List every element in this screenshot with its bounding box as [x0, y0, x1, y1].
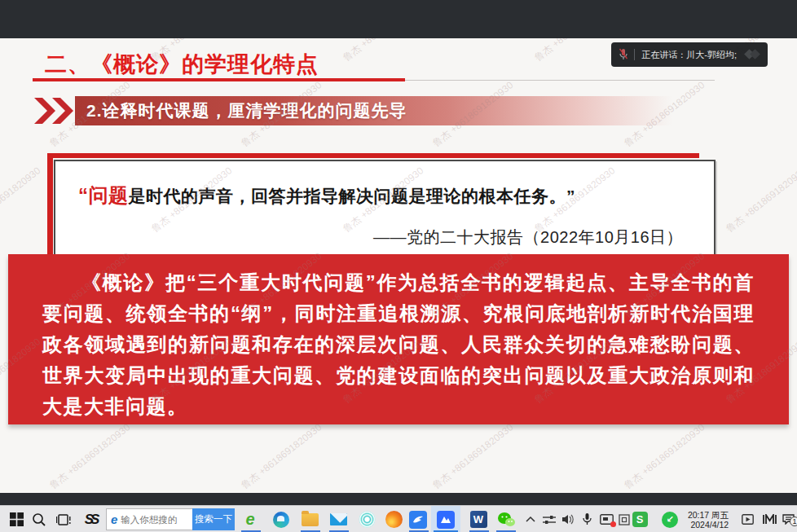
search-input[interactable] — [117, 515, 192, 525]
meeting-app-icon[interactable] — [434, 506, 458, 532]
watermark-text: 鲁杰 +8618691820930 — [724, 165, 797, 236]
teal-rings-app-icon[interactable] — [354, 506, 379, 532]
screen: 鲁杰 +8618691820930鲁杰 +8618691820930鲁杰 +86… — [0, 0, 797, 532]
clock-weekday: 周五 — [711, 510, 729, 520]
tray-expand-chevron-icon[interactable] — [522, 506, 539, 532]
quote-accent-left — [47, 153, 53, 266]
letterbox-top-bar — [0, 0, 797, 38]
watermark-text: 鲁杰 +8618691820930 — [430, 421, 517, 493]
screen-share-tray-icon[interactable] — [596, 506, 617, 532]
green-circle-tray-icon[interactable]: ↙ — [658, 506, 681, 532]
watermark-text: 鲁杰 +8618691820930 — [622, 421, 708, 493]
double-chevron-icon — [33, 96, 75, 125]
quote-accent-top — [47, 153, 699, 158]
ie-icon: e — [107, 512, 117, 526]
active-speaker-indicator[interactable]: 正在讲话：川大-郭绍均; — [611, 42, 768, 67]
taskbar-search-box[interactable]: e 搜索一下 — [106, 508, 235, 530]
taskbar-clock[interactable]: 20:17 周五 2024/4/12 — [681, 506, 735, 532]
watermark-text: 鲁杰 +8618691820930 — [532, 38, 619, 64]
watermark-text: 鲁杰 +8618691820930 — [47, 421, 134, 493]
windows-taskbar: SS e 搜索一下 e — [0, 505, 797, 532]
clock-date: 2024/4/12 — [688, 520, 729, 530]
quote-attribution: ——党的二十大报告（2022年10月16日） — [55, 226, 683, 248]
main-paragraph-box: 《概论》把“三个重大时代问题”作为总括全书的逻辑起点、主导全书的首要问题、统领全… — [8, 254, 789, 424]
wechat-icon[interactable] — [492, 506, 520, 532]
watermark-text: 鲁杰 +8618691820930 — [0, 165, 44, 236]
watermark-text: 鲁杰 +8618691820930 — [239, 421, 325, 493]
sogou-input-tray-icon[interactable]: S — [629, 506, 650, 532]
divider — [634, 49, 635, 60]
section-banner: 2.诠释时代课题，厘清学理化的问题先导 — [75, 96, 717, 125]
firefox-browser-icon[interactable] — [381, 506, 406, 532]
task-view-icon[interactable] — [52, 506, 75, 532]
edge-browser-icon[interactable] — [269, 506, 293, 532]
green-browser-icon[interactable]: e — [238, 506, 262, 532]
pinwheel-app-icon[interactable]: SS — [78, 506, 103, 532]
meeting-app-logo-icon — [743, 48, 761, 61]
main-paragraph-text: 《概论》把“三个重大时代问题”作为总括全书的逻辑起点、主导全书的首要问题、统领全… — [42, 267, 755, 422]
volume-tray-icon[interactable] — [559, 506, 579, 532]
action-center-icon[interactable]: 1 — [780, 506, 797, 532]
letterbox-bottom-bar — [0, 493, 797, 505]
slide-title: 二、《概论》的学理化特点 — [45, 50, 319, 79]
video-player-tray-icon[interactable] — [738, 506, 757, 532]
microphone-tray-icon[interactable] — [578, 506, 596, 532]
speaker-label: 正在讲话：川大-郭绍均; — [641, 49, 737, 61]
section-banner-text: 2.诠释时代课题，厘清学理化的问题先导 — [75, 99, 407, 122]
m-app-tray-icon[interactable] — [759, 506, 780, 532]
notification-count-badge: 1 — [790, 517, 797, 526]
quote-highlight: “问题 — [78, 184, 129, 206]
search-go-button[interactable]: 搜索一下 — [192, 508, 235, 530]
quote-text: “问题是时代的声音，回答并指导解决问题是理论的根本任务。” — [78, 182, 714, 209]
watermark-text: 鲁杰 +8618691820930 — [341, 38, 427, 64]
title-underline — [33, 78, 405, 81]
title-underline-extension — [405, 80, 715, 81]
blue-bird-app-icon[interactable] — [406, 506, 430, 532]
sliders-tray-icon[interactable] — [539, 506, 559, 532]
mail-icon[interactable] — [326, 506, 350, 532]
start-button[interactable] — [5, 506, 28, 532]
file-explorer-icon[interactable] — [297, 506, 322, 532]
quote-body: 是时代的声音，回答并指导解决问题是理论的根本任务。” — [129, 187, 576, 205]
microphone-muted-icon — [619, 48, 628, 61]
presentation-slide: 鲁杰 +8618691820930鲁杰 +8618691820930鲁杰 +86… — [0, 38, 797, 493]
search-icon[interactable] — [28, 506, 51, 532]
watermark-text: 鲁杰 +8618691820930 — [0, 38, 44, 64]
clock-time: 20:17 — [688, 510, 709, 520]
word-app-icon[interactable]: W — [466, 506, 491, 532]
